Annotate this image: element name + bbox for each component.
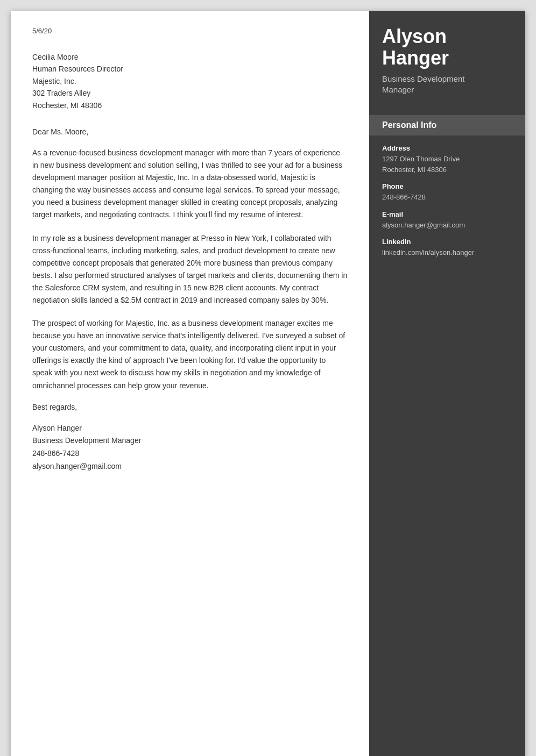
address-line1: 1297 Olen Thomas Drive xyxy=(382,154,512,165)
signature-phone: 248-866-7428 xyxy=(32,447,348,460)
email-label: E-mail xyxy=(382,210,512,218)
sidebar-header: Alyson Hanger Business Development Manag… xyxy=(369,11,525,105)
address-block: Address 1297 Olen Thomas Drive Rochester… xyxy=(382,144,512,175)
personal-info-heading: Personal Info xyxy=(369,115,525,135)
email-value: alyson.hanger@gmail.com xyxy=(382,220,512,231)
address-label: Address xyxy=(382,144,512,152)
address-line2: Rochester, MI 48306 xyxy=(382,165,512,175)
closing: Best regards, xyxy=(32,403,348,411)
candidate-title: Business Development Manager xyxy=(382,74,512,95)
page: 5/6/20 Cecilia Moore Human Resources Dir… xyxy=(11,11,525,756)
salutation: Dear Ms. Moore, xyxy=(32,127,348,136)
recipient-name: Cecilia Moore xyxy=(32,51,348,63)
recipient-city-state-zip: Rochester, MI 48306 xyxy=(32,99,348,111)
signature-email: alyson.hanger@gmail.com xyxy=(32,460,348,473)
paragraph-2: In my role as a business development man… xyxy=(32,232,348,307)
linkedin-label: LinkedIn xyxy=(382,238,512,246)
paragraph-1: As a revenue-focused business developmen… xyxy=(32,147,348,222)
recipient-title: Human Resources Director xyxy=(32,63,348,75)
phone-label: Phone xyxy=(382,182,512,190)
personal-info-section: Personal Info Address 1297 Olen Thomas D… xyxy=(369,105,525,275)
cover-letter-panel: 5/6/20 Cecilia Moore Human Resources Dir… xyxy=(11,11,369,756)
phone-block: Phone 248-866-7428 xyxy=(382,182,512,203)
signature-name: Alyson Hanger xyxy=(32,422,348,435)
signature-block: Alyson Hanger Business Development Manag… xyxy=(32,422,348,473)
recipient-block: Cecilia Moore Human Resources Director M… xyxy=(32,51,348,111)
recipient-company: Majestic, Inc. xyxy=(32,75,348,87)
linkedin-block: LinkedIn linkedin.com/in/alyson.hanger xyxy=(382,238,512,258)
paragraph-3: The prospect of working for Majestic, In… xyxy=(32,317,348,392)
phone-value: 248-866-7428 xyxy=(382,192,512,203)
recipient-address: 302 Traders Alley xyxy=(32,87,348,99)
sidebar-panel: Alyson Hanger Business Development Manag… xyxy=(369,11,525,756)
candidate-name: Alyson Hanger xyxy=(382,26,512,68)
email-block: E-mail alyson.hanger@gmail.com xyxy=(382,210,512,231)
linkedin-value: linkedin.com/in/alyson.hanger xyxy=(382,247,512,258)
date: 5/6/20 xyxy=(32,27,348,35)
signature-title: Business Development Manager xyxy=(32,434,348,447)
